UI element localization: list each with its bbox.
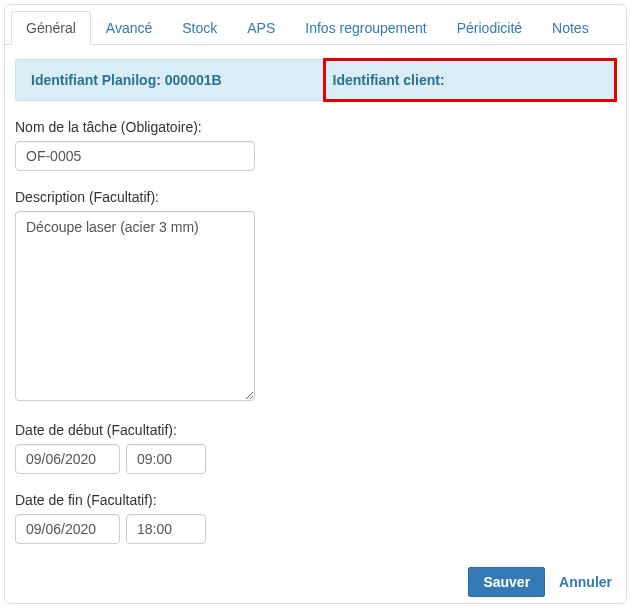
tab-advanced[interactable]: Avancé — [91, 11, 167, 45]
task-name-input[interactable] — [15, 141, 255, 171]
tab-notes[interactable]: Notes — [537, 11, 604, 45]
task-dialog: Général Avancé Stock APS Infos regroupem… — [4, 4, 627, 604]
end-time-input[interactable] — [126, 514, 206, 544]
end-date-group: Date de fin (Facultatif): — [15, 492, 616, 544]
end-date-input[interactable] — [15, 514, 120, 544]
tab-general[interactable]: Général — [11, 11, 91, 45]
start-date-label: Date de début (Facultatif): — [15, 422, 616, 438]
task-name-label: Nom de la tâche (Obligatoire): — [15, 119, 616, 135]
tab-grouping[interactable]: Infos regroupement — [290, 11, 441, 45]
cancel-button[interactable]: Annuler — [555, 568, 616, 596]
tab-stock[interactable]: Stock — [167, 11, 232, 45]
planilog-id: Identifiant Planilog: 000001B — [31, 72, 333, 88]
form-section: Nom de la tâche (Obligatoire): Descripti… — [5, 119, 626, 603]
description-group: Description (Facultatif): — [15, 189, 616, 404]
description-textarea[interactable] — [15, 211, 255, 401]
start-time-input[interactable] — [126, 444, 206, 474]
client-id-label: Identifiant client: — [333, 72, 445, 88]
dialog-footer: Sauver Annuler — [468, 563, 616, 597]
identifier-bar: Identifiant Planilog: 000001B Identifian… — [15, 59, 616, 101]
description-label: Description (Facultatif): — [15, 189, 616, 205]
tab-periodicity[interactable]: Périodicité — [442, 11, 537, 45]
planilog-id-label: Identifiant Planilog: — [31, 72, 165, 88]
save-button[interactable]: Sauver — [468, 567, 545, 597]
planilog-id-value: 000001B — [165, 72, 222, 88]
content-scroll[interactable]: Identifiant Planilog: 000001B Identifian… — [5, 45, 626, 603]
client-id: Identifiant client: — [333, 72, 600, 88]
end-date-label: Date de fin (Facultatif): — [15, 492, 616, 508]
tab-aps[interactable]: APS — [232, 11, 290, 45]
start-date-group: Date de début (Facultatif): — [15, 422, 616, 474]
task-name-group: Nom de la tâche (Obligatoire): — [15, 119, 616, 171]
tab-bar: Général Avancé Stock APS Infos regroupem… — [5, 5, 626, 45]
start-date-input[interactable] — [15, 444, 120, 474]
